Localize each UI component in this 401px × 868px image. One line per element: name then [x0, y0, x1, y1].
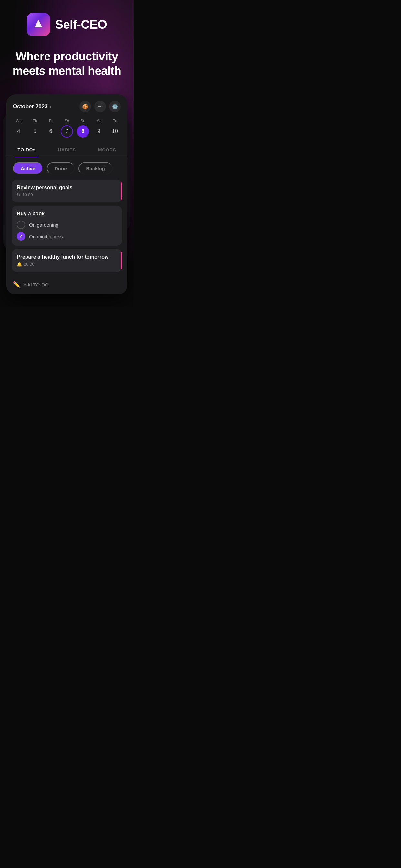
cal-day-1: Th 5: [28, 119, 42, 137]
tab-moods[interactable]: MOODS: [87, 143, 127, 157]
header-icons: 🍪 ⚙️: [80, 101, 121, 113]
menu-button[interactable]: [94, 101, 106, 113]
app-header: Self-CEO: [27, 13, 107, 36]
todo-accent-2: [121, 249, 122, 272]
todo-list: Review personal goals ↻ 10.00 Buy a book…: [6, 180, 127, 277]
filter-backlog[interactable]: Backlog: [79, 162, 113, 175]
tab-habits[interactable]: HABITS: [47, 143, 87, 157]
bell-icon: 🔔: [17, 262, 22, 267]
add-todo-button[interactable]: ✏️ Add TO-DO: [6, 277, 127, 294]
month-chevron-icon: ›: [50, 104, 51, 109]
tab-todos[interactable]: TO-DOs: [6, 143, 47, 157]
subtask-1[interactable]: ✓ On mindfulness: [17, 232, 117, 241]
subtask-label-1: On mindfulness: [29, 234, 63, 239]
app-name: Self-CEO: [55, 18, 107, 32]
subtask-check-0[interactable]: [17, 221, 25, 229]
add-todo-label: Add TO-DO: [23, 282, 49, 287]
svg-rect-3: [97, 104, 103, 105]
tabs-row: TO-DOs HABITS MOODS: [6, 143, 127, 157]
repeat-icon: ↻: [17, 192, 20, 197]
card-header: October 2023 › 🍪 ⚙️: [6, 94, 127, 116]
svg-rect-4: [97, 106, 101, 107]
main-app-card: October 2023 › 🍪 ⚙️: [6, 94, 127, 294]
todo-title-2: Prepare a healthy lunch for tomorrow: [17, 254, 117, 260]
subtask-check-1[interactable]: ✓: [17, 232, 25, 241]
calendar-row: We 4 Th 5 Fr 6 Sa 7 Su 8: [6, 116, 127, 143]
pencil-icon: ✏️: [13, 281, 20, 288]
cookie-button[interactable]: 🍪: [80, 101, 91, 113]
cal-day-4[interactable]: Su 8: [76, 119, 90, 137]
month-label: October 2023 ›: [13, 103, 51, 110]
cal-day-2: Fr 6: [43, 119, 58, 137]
todo-title-0: Review personal goals: [17, 185, 117, 190]
filter-active[interactable]: Active: [13, 162, 43, 175]
filter-row: Active Done Backlog: [6, 157, 127, 180]
cal-day-3[interactable]: Sa 7: [60, 119, 74, 137]
app-logo: [27, 13, 50, 36]
subtask-list: On gardening ✓ On mindfulness: [17, 221, 117, 241]
todo-accent-0: [121, 180, 122, 203]
settings-button[interactable]: ⚙️: [109, 101, 121, 113]
filter-done[interactable]: Done: [47, 162, 74, 175]
cal-day-6[interactable]: Tu 10: [108, 119, 122, 137]
subtask-label-0: On gardening: [29, 222, 58, 228]
todo-item-0[interactable]: Review personal goals ↻ 10.00: [11, 180, 122, 203]
svg-rect-5: [97, 108, 103, 108]
todo-meta-2: 🔔 18.00: [17, 262, 117, 267]
mockup-area: Statistics Overview ⓘ Your average 6% Mo…: [6, 94, 127, 294]
check-icon: ✓: [19, 234, 23, 239]
todo-meta-0: ↻ 10.00: [17, 192, 117, 197]
tagline: Where productivity meets mental health: [12, 49, 121, 78]
todo-item-2[interactable]: Prepare a healthy lunch for tomorrow 🔔 1…: [11, 249, 122, 272]
cal-day-0: We 4: [11, 119, 26, 137]
cal-day-5[interactable]: Mo 9: [92, 119, 106, 137]
todo-item-1[interactable]: Buy a book On gardening ✓ On mindfulness: [11, 206, 122, 246]
todo-title-1: Buy a book: [17, 211, 117, 217]
subtask-0[interactable]: On gardening: [17, 221, 117, 229]
